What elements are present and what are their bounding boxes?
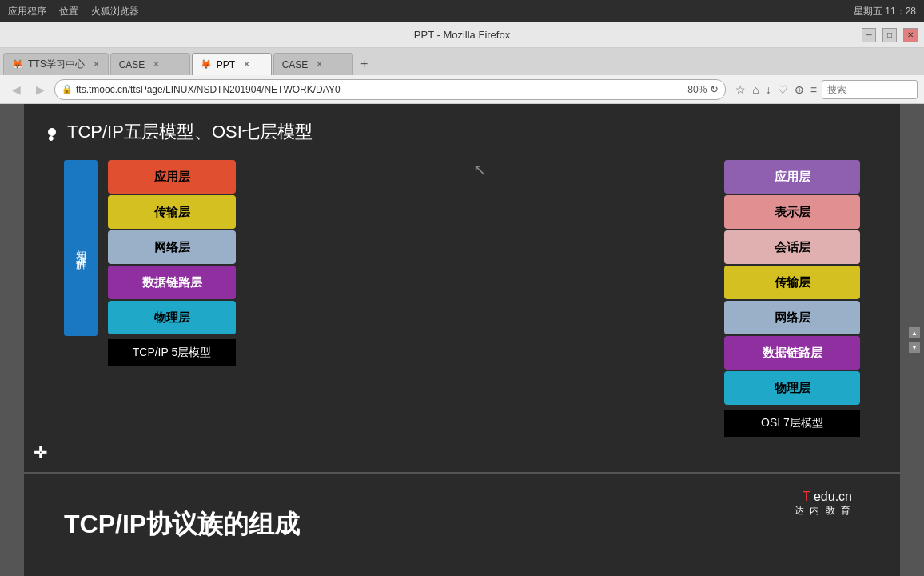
menu-icon[interactable]: ≡	[810, 83, 817, 96]
bookmark-star-icon[interactable]: ☆	[735, 83, 746, 96]
models-container: 知识讲解 应用层 传输层 网络	[48, 160, 876, 456]
tedu-logo: T edu.cn 达 内 教 育	[795, 490, 852, 518]
title-bar: PPT - Mozilla Firefox ─ □ ✕	[0, 22, 924, 48]
download-icon[interactable]: ↓	[766, 83, 771, 96]
os-topbar: 应用程序 位置 火狐浏览器 星期五 11：28	[0, 0, 924, 22]
tab-case2[interactable]: CASE ✕	[273, 53, 353, 75]
tab-tts-icon: 🦊	[12, 59, 23, 70]
slide2: TCP/IP协议族的组成 T edu.cn 达 内 教 育	[24, 472, 900, 576]
back-button[interactable]: ◀	[6, 80, 26, 99]
tcpip-network-label: 网络层	[154, 240, 190, 255]
osi-presentation-layer: 表示层	[724, 195, 860, 229]
tcpip-app-label: 应用层	[154, 170, 190, 185]
new-tab-button[interactable]: +	[355, 54, 374, 74]
close-button[interactable]: ✕	[903, 28, 918, 42]
bookmark-icon[interactable]: ♡	[778, 83, 788, 96]
tcpip-network-layer: 网络层	[108, 230, 236, 264]
tcpip-model-label: TCP/IP 5层模型	[108, 339, 236, 366]
tab-case1-label: CASE	[119, 59, 145, 70]
slide1-title-text: TCP/IP五层模型、OSI七层模型	[67, 120, 313, 144]
osi-datalink-layer: 数据链路层	[724, 336, 860, 370]
osi-app-label: 应用层	[775, 170, 810, 185]
corner-plus-icon: ✛	[34, 443, 47, 462]
tcpip-transport-layer: 传输层	[108, 195, 236, 229]
address-text: tts.tmooc.cn/ttsPage/LINUX/NSDTN201904/N…	[76, 84, 684, 95]
tab-ppt[interactable]: 🦊 PPT ✕	[192, 53, 272, 75]
osi-app-layer: 应用层	[724, 160, 860, 194]
tab-ppt-close[interactable]: ✕	[243, 59, 250, 70]
tab-tts-close[interactable]: ✕	[93, 59, 100, 70]
os-app-menu[interactable]: 应用程序	[8, 5, 46, 18]
slide2-title: TCP/IP协议族的组成	[64, 507, 300, 542]
osi-transport-label: 传输层	[775, 275, 810, 290]
tab-case2-label: CASE	[282, 59, 309, 70]
os-firefox-menu[interactable]: 火狐浏览器	[91, 5, 139, 18]
osi-transport-layer: 传输层	[724, 266, 860, 299]
toolbar-icons: ☆ ⌂ ↓ ♡ ⊕ ≡	[735, 83, 817, 96]
tcpip-physical-label: 物理层	[154, 310, 190, 326]
tab-case1[interactable]: CASE ✕	[110, 53, 190, 75]
cursor-area: ↖	[432, 160, 528, 179]
title-bar-controls: ─ □ ✕	[862, 28, 918, 42]
minimize-button[interactable]: ─	[862, 28, 876, 42]
content-area: • TCP/IP五层模型、OSI七层模型 知识讲解	[0, 104, 924, 576]
tcpip-layers: 应用层 传输层 网络层 数据链路层	[108, 160, 236, 366]
osi-physical-layer: 物理层	[724, 371, 860, 405]
tedu-t: T	[803, 490, 810, 503]
knowledge-badge: 知识讲解	[64, 160, 98, 336]
tab-ppt-label: PPT	[217, 59, 235, 70]
tab-ppt-icon: 🦊	[201, 59, 212, 70]
tedu-rest: edu.cn	[814, 490, 852, 503]
tcpip-transport-label: 传输层	[154, 205, 190, 220]
osi-label-text: OSI 7层模型	[761, 416, 823, 430]
address-bar: ◀ ▶ 🔒 tts.tmooc.cn/ttsPage/LINUX/NSDTN20…	[0, 75, 924, 104]
slide-wrapper: • TCP/IP五层模型、OSI七层模型 知识讲解	[24, 104, 900, 576]
browser-window: PPT - Mozilla Firefox ─ □ ✕ 🦊 TTS学习中心 ✕ …	[0, 22, 924, 576]
left-sidebar	[0, 104, 24, 576]
osi-network-label: 网络层	[775, 310, 810, 326]
tab-case2-close[interactable]: ✕	[316, 59, 323, 70]
tcpip-datalink-layer: 数据链路层	[108, 266, 236, 299]
search-bar[interactable]	[822, 80, 918, 99]
address-bar-input[interactable]: 🔒 tts.tmooc.cn/ttsPage/LINUX/NSDTN201904…	[54, 79, 726, 100]
os-clock: 星期五 11：28	[854, 5, 916, 18]
scroll-down-button[interactable]: ▼	[909, 342, 920, 353]
tab-tts[interactable]: 🦊 TTS学习中心 ✕	[3, 53, 109, 75]
osi-datalink-label: 数据链路层	[763, 346, 822, 361]
search-input[interactable]	[827, 84, 891, 95]
osi-physical-label: 物理层	[775, 381, 810, 396]
scroll-up-button[interactable]: ▲	[909, 327, 920, 338]
tcpip-model-section: 知识讲解 应用层 传输层 网络	[64, 160, 236, 366]
lock-icon: 🔒	[62, 84, 73, 94]
reload-button[interactable]: ↻	[710, 83, 719, 95]
os-topbar-left: 应用程序 位置 火狐浏览器	[8, 5, 139, 18]
tcpip-label-text: TCP/IP 5层模型	[133, 346, 212, 360]
browser-title: PPT - Mozilla Firefox	[414, 29, 510, 41]
osi-model-label: OSI 7层模型	[724, 410, 860, 437]
cursor-icon: ↖	[473, 160, 487, 179]
tab-bar: 🦊 TTS学习中心 ✕ CASE ✕ 🦊 PPT ✕ CASE ✕ +	[0, 48, 924, 75]
right-sidebar: ▲ ▼	[900, 104, 924, 576]
slide-container: • TCP/IP五层模型、OSI七层模型 知识讲解	[0, 104, 924, 576]
badge-text: 知识讲解	[74, 242, 88, 254]
extensions-icon[interactable]: ⊕	[795, 83, 804, 96]
osi-session-layer: 会话层	[724, 230, 860, 264]
slide1: • TCP/IP五层模型、OSI七层模型 知识讲解	[24, 104, 900, 472]
zoom-level: 80%	[684, 84, 710, 95]
tcpip-app-layer: 应用层	[108, 160, 236, 194]
home-icon[interactable]: ⌂	[752, 83, 759, 96]
slide-nav: ▲ ▼	[909, 327, 920, 353]
osi-session-label: 会话层	[775, 240, 810, 255]
tab-case1-close[interactable]: ✕	[153, 59, 160, 70]
maximize-button[interactable]: □	[882, 28, 897, 42]
tcpip-datalink-label: 数据链路层	[142, 275, 202, 290]
os-places-menu[interactable]: 位置	[59, 5, 78, 18]
tcpip-physical-layer: 物理层	[108, 301, 236, 334]
forward-button[interactable]: ▶	[30, 80, 50, 99]
osi-model-section: 应用层 表示层 会话层 传输层	[724, 160, 860, 437]
os-topbar-right: 星期五 11：28	[854, 5, 916, 18]
slide1-title: • TCP/IP五层模型、OSI七层模型	[48, 120, 876, 144]
osi-network-layer: 网络层	[724, 301, 860, 334]
tedu-brand: T edu.cn	[803, 490, 852, 504]
bullet-icon: •	[48, 128, 56, 136]
